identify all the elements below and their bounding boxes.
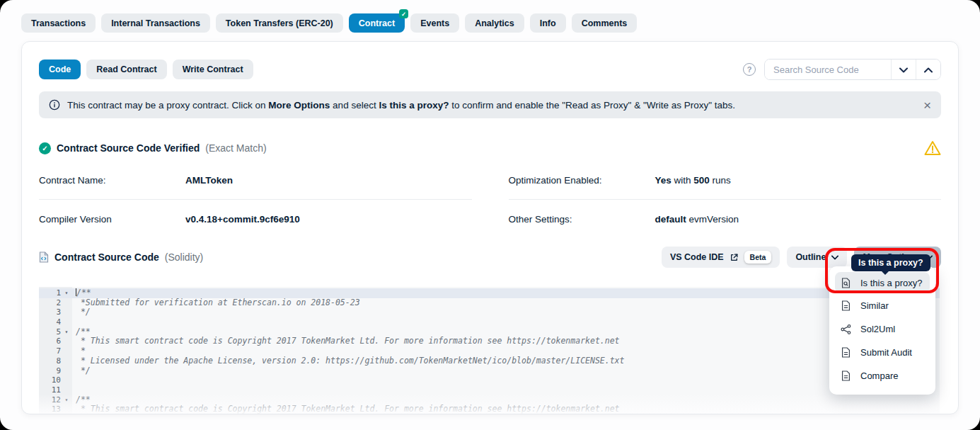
fold-toggle-icon[interactable]: ▾ — [61, 288, 72, 298]
contract-name-row: Contract Name: AMLToken — [39, 175, 472, 200]
source-code-title: Contract Source Code — [54, 251, 159, 263]
source-code-header-row: Contract Source Code (Solidity) VS Code … — [39, 247, 941, 268]
code-text: * This smart contract code is Copyright … — [72, 336, 620, 346]
search-source-group — [764, 59, 941, 80]
compiler-version-label: Compiler Version — [39, 214, 185, 225]
outline-dropdown-button[interactable]: Outline — [787, 247, 847, 268]
menu-item-is-this-a-proxy[interactable]: Is this a proxy? — [835, 272, 930, 293]
diagram-nodes-icon — [841, 324, 851, 334]
line-number[interactable]: 5 — [39, 327, 61, 337]
search-source-input[interactable] — [765, 60, 891, 79]
line-number[interactable]: 9 — [39, 366, 61, 376]
code-line: 10 — [39, 375, 940, 385]
line-number[interactable]: 7 — [39, 346, 61, 356]
line-number[interactable]: 1 — [39, 288, 61, 298]
tabs-row: Transactions Internal Transactions Token… — [21, 13, 637, 33]
source-code-editor[interactable]: 1 ▾ /** 2 *Submitted for verification at… — [39, 287, 940, 414]
code-line: 7 * — [39, 346, 940, 356]
line-number[interactable]: 8 — [39, 356, 61, 366]
proxy-notice-banner: This contract may be a proxy contract. C… — [39, 91, 941, 118]
search-prev-button[interactable] — [916, 60, 940, 79]
compiler-version-value: v0.4.18+commit.9cf6e910 — [185, 214, 300, 225]
menu-item-sol2uml[interactable]: Sol2Uml — [829, 317, 935, 341]
close-icon[interactable]: × — [923, 98, 931, 112]
line-number[interactable]: 2 — [39, 298, 61, 308]
search-next-button[interactable] — [891, 60, 916, 79]
file-lines-icon — [841, 370, 851, 381]
contract-card: Code Read Contract Write Contract ? — [21, 41, 959, 414]
source-code-language: (Solidity) — [165, 251, 203, 263]
menu-item-similar[interactable]: Similar — [829, 294, 935, 317]
line-number[interactable]: 11 — [39, 385, 61, 395]
tab-internal-transactions[interactable]: Internal Transactions — [101, 13, 210, 33]
tab-token-transfers-erc-20[interactable]: Token Transfers (ERC-20) — [216, 13, 343, 33]
tab-transactions[interactable]: Transactions — [21, 13, 96, 33]
file-lines-icon — [841, 300, 851, 311]
code-subtabs: Code Read Contract Write Contract — [39, 60, 253, 79]
warning-triangle-icon[interactable] — [924, 140, 941, 156]
optimization-row: Optimization Enabled: Yes with 500 runs — [509, 175, 942, 200]
code-line: 3 */ — [39, 307, 940, 317]
code-text: /** — [72, 288, 91, 298]
line-number[interactable]: 12 — [39, 395, 61, 405]
tab-contract[interactable]: Contract ✓ — [349, 13, 405, 33]
subtab-read-contract[interactable]: Read Contract — [86, 60, 166, 79]
info-icon — [49, 99, 60, 111]
code-line: 6 * This smart contract code is Copyrigh… — [39, 336, 940, 346]
vscode-ide-button[interactable]: VS Code IDE Beta — [662, 247, 780, 268]
subtab-write-contract[interactable]: Write Contract — [173, 60, 253, 79]
optimization-value: Yes with 500 runs — [655, 175, 731, 186]
contract-details: Contract Name: AMLToken Compiler Version… — [39, 175, 941, 225]
file-search-icon — [841, 278, 851, 288]
header-right: ? — [743, 59, 941, 80]
contract-page: Transactions Internal Transactions Token… — [0, 0, 980, 430]
menu-item-compare[interactable]: Compare — [829, 364, 935, 387]
code-line: 12 ▾ /** — [39, 395, 940, 405]
file-lines-icon — [841, 347, 851, 358]
code-line: 9 */ — [39, 366, 940, 376]
verified-note: (Exact Match) — [205, 142, 266, 154]
code-text: */ — [72, 366, 91, 376]
details-left-column: Contract Name: AMLToken Compiler Version… — [39, 175, 472, 225]
external-link-icon — [730, 253, 739, 262]
code-line: 13 * This smart contract code is Copyrig… — [39, 404, 940, 414]
verified-check-badge-icon: ✓ — [399, 9, 408, 18]
fold-toggle-icon[interactable]: ▾ — [61, 395, 72, 405]
chevron-down-icon — [899, 64, 908, 75]
beta-badge: Beta — [744, 251, 772, 264]
code-text: */ — [72, 307, 91, 317]
line-number[interactable]: 4 — [39, 317, 61, 327]
code-text: /** — [72, 327, 91, 337]
optimization-label: Optimization Enabled: — [509, 175, 655, 186]
contract-name-value: AMLToken — [185, 175, 233, 186]
fold-toggle-icon[interactable]: ▾ — [61, 327, 72, 337]
code-line: 8 * Licensed under the Apache License, v… — [39, 356, 940, 366]
more-options-menu: Is this a proxy? Similar Sol2Uml Submit … — [829, 266, 935, 395]
code-line: 11 — [39, 385, 940, 395]
line-number[interactable]: 6 — [39, 336, 61, 346]
verified-check-icon: ✓ — [39, 142, 51, 154]
other-settings-value: default evmVersion — [655, 214, 739, 225]
subtab-code[interactable]: Code — [39, 60, 81, 79]
line-number[interactable]: 3 — [39, 307, 61, 317]
line-number[interactable]: 10 — [39, 375, 61, 385]
tab-events[interactable]: Events — [410, 13, 459, 33]
code-line: 1 ▾ /** — [39, 288, 940, 298]
verified-title: Contract Source Code Verified — [57, 142, 200, 154]
help-icon[interactable]: ? — [743, 63, 756, 76]
compiler-version-row: Compiler Version v0.4.18+commit.9cf6e910 — [39, 200, 472, 225]
menu-item-submit-audit[interactable]: Submit Audit — [829, 341, 935, 364]
code-text: * This smart contract code is Copyright … — [72, 404, 620, 414]
card-header: Code Read Contract Write Contract ? — [22, 42, 958, 80]
tab-comments[interactable]: Comments — [572, 13, 638, 33]
contract-name-label: Contract Name: — [39, 175, 185, 186]
tab-analytics[interactable]: Analytics — [465, 13, 524, 33]
source-code-title-group: Contract Source Code (Solidity) — [39, 251, 203, 263]
other-settings-row: Other Settings: default evmVersion — [509, 200, 942, 225]
line-number[interactable]: 13 — [39, 404, 61, 414]
chevron-up-icon — [924, 64, 933, 75]
tab-info[interactable]: Info — [530, 13, 566, 33]
verified-row: ✓ Contract Source Code Verified (Exact M… — [39, 141, 941, 155]
details-right-column: Optimization Enabled: Yes with 500 runs … — [509, 175, 942, 225]
chevron-down-icon — [831, 255, 838, 260]
